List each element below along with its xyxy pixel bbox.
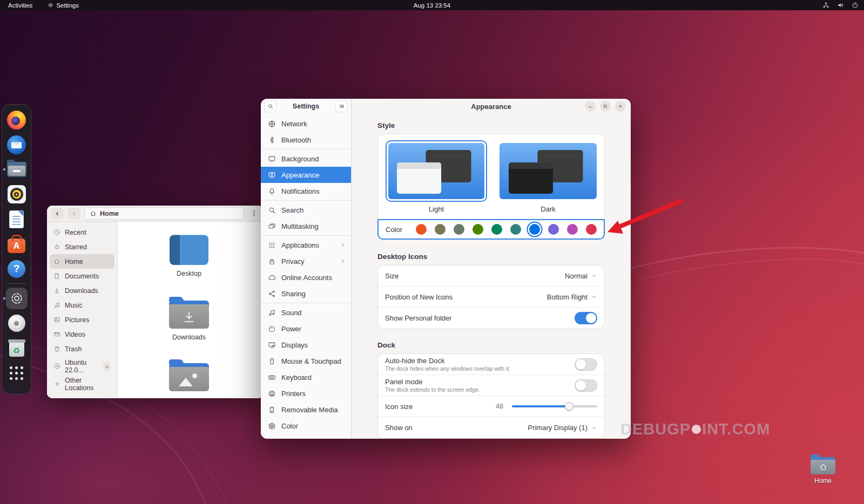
maximize-button[interactable] [600,101,611,112]
keyboard-icon [268,373,276,382]
chevron-right-icon [340,258,346,264]
settings-sidebar-color[interactable]: Color [261,418,351,434]
files-sidebar-recent[interactable]: Recent [50,225,114,240]
files-sidebar-starred[interactable]: Starred [50,240,114,254]
settings-sidebar-appearance[interactable]: Appearance [261,167,351,183]
file-item-downloads[interactable]: Downloads [163,296,215,341]
search-button[interactable] [264,100,276,112]
settings-sidebar-displays[interactable]: Displays [261,337,351,353]
position-value: Bottom Right [547,293,588,301]
settings-sidebar-printers[interactable]: Printers [261,385,351,401]
color-swatch-8[interactable] [567,224,578,235]
slider-handle[interactable] [565,402,573,411]
settings-sidebar-mouse-touchpad[interactable]: Mouse & Touchpad [261,353,351,369]
settings-sidebar-network[interactable]: Network [261,115,351,132]
files-sidebar-videos[interactable]: Videos [50,327,114,342]
settings-sidebar-privacy[interactable]: Privacy [261,253,351,269]
color-swatches [416,224,597,235]
sidebar-item-label: Pictures [65,316,89,324]
current-location: Home [100,210,119,217]
color-swatch-2[interactable] [454,224,464,235]
system-tray[interactable] [822,0,859,10]
display-icon [268,155,276,163]
files-sidebar-other-locations[interactable]: Other Locations [50,377,114,391]
activities-button[interactable]: Activities [8,2,32,9]
settings-sidebar-power[interactable]: Power [261,321,351,337]
watermark: DEBUGPINT.COM [620,420,770,438]
color-swatch-0[interactable] [416,224,427,235]
settings-sidebar-sound[interactable]: Sound [261,304,351,321]
file-item-pictures[interactable] [163,359,215,391]
gear-icon [48,2,53,8]
close-button[interactable] [615,101,626,112]
settings-sidebar-online-accounts[interactable]: Online Accounts [261,269,351,285]
minimize-button[interactable] [585,101,596,112]
files-sidebar-documents[interactable]: Documents [50,269,114,283]
share-icon [268,290,276,298]
files-sidebar-trash[interactable]: Trash [50,342,114,356]
files-sidebar-downloads[interactable]: Downloads [50,283,114,298]
path-bar[interactable]: Home [84,207,244,220]
personal-folder-label: Show Personal folder [385,314,452,322]
color-swatch-4[interactable] [491,224,502,235]
settings-sidebar-sharing[interactable]: Sharing [261,285,351,302]
home-icon [90,210,97,217]
files-sidebar-pictures[interactable]: Pictures [50,312,114,327]
dock-item-thunderbird[interactable] [6,134,28,155]
video-icon [53,331,60,338]
files-sidebar-ubuntu-22-0[interactable]: Ubuntu 22.0... [50,359,114,373]
dock-item-writer[interactable] [6,208,28,230]
chevron-right-icon [340,242,346,248]
color-swatch-1[interactable] [435,224,446,235]
disc-icon [53,363,60,370]
settings-sidebar-background[interactable]: Background [261,151,351,167]
settings-sidebar-multitasking[interactable]: Multitasking [261,218,351,234]
settings-sidebar-bluetooth[interactable]: Bluetooth [261,132,351,148]
clock[interactable]: Aug 13 23:54 [414,0,450,10]
trash-icon [53,345,60,352]
dock-item-firefox[interactable] [6,109,28,131]
icon-size-label: Icon size [385,403,413,411]
eject-button[interactable] [103,362,111,371]
show-on-row[interactable]: Show on Primary Display (1) [378,417,604,438]
color-swatch-3[interactable] [473,224,483,235]
autohide-toggle[interactable] [575,358,597,371]
settings-sidebar-notifications[interactable]: Notifications [261,183,351,199]
files-sidebar-music[interactable]: Music [50,298,114,312]
app-grid-icon [10,366,23,380]
files-sidebar-home[interactable]: Home [50,254,114,269]
size-row[interactable]: Size Normal [378,265,604,287]
dock-item-settings[interactable] [6,288,28,309]
hamburger-icon [339,103,345,110]
settings-sidebar-keyboard[interactable]: Keyboard [261,369,351,385]
dock-item-appgrid[interactable] [6,362,28,384]
style-option-light[interactable] [386,140,487,202]
position-row[interactable]: Position of New Icons Bottom Right [378,287,604,308]
color-swatch-6[interactable] [529,224,540,235]
settings-headerbar-left: Settings [261,99,351,114]
personal-folder-toggle[interactable] [575,312,597,324]
dock-item-help[interactable]: ? [6,258,28,280]
settings-sidebar-search[interactable]: Search [261,202,351,218]
dock-item-software[interactable]: A [6,233,28,255]
back-button[interactable] [51,208,64,220]
dock-item-disc[interactable] [6,312,28,334]
file-item-desktop[interactable]: Desktop [163,235,215,277]
icon-size-slider[interactable] [512,401,597,411]
autohide-row: Auto-hide the Dock The dock hides when a… [378,354,604,375]
dock-item-trash[interactable]: ♻ [6,337,28,359]
primary-menu-button[interactable] [335,100,348,112]
dock-item-rhythmbox[interactable] [6,183,28,205]
style-option-dark[interactable] [500,143,597,199]
focused-app-menu[interactable]: Settings [48,2,79,9]
desktop-home-shortcut[interactable]: Home [808,454,838,485]
dock-item-files[interactable] [6,159,28,180]
grid-icon [268,241,276,249]
panel-mode-toggle[interactable] [575,379,597,392]
color-swatch-5[interactable] [510,224,521,235]
color-swatch-7[interactable] [548,224,559,235]
settings-sidebar-removable-media[interactable]: Removable Media [261,401,351,418]
menu-kebab-button[interactable] [248,208,260,220]
settings-sidebar-applications[interactable]: Applications [261,237,351,253]
forward-button[interactable] [68,208,80,220]
